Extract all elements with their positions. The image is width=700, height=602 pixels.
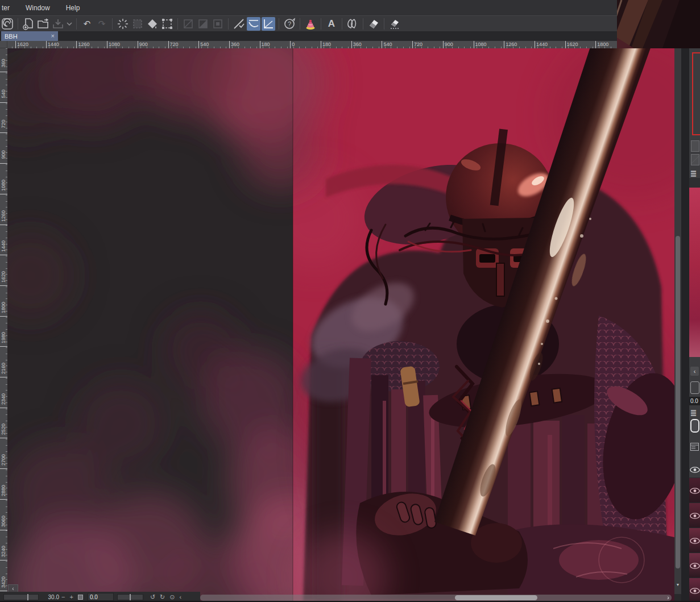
rotation-value[interactable]: 0.0: [88, 593, 114, 601]
fill-bucket-button[interactable]: [146, 17, 159, 31]
menu-item-help[interactable]: Help: [58, 0, 88, 15]
ruler-tick: [321, 41, 321, 48]
collapse-bar-icon[interactable]: ‹: [180, 594, 182, 600]
scroll-left-icon[interactable]: ‹: [8, 584, 18, 592]
horizontal-scrollbar[interactable]: ›: [200, 595, 672, 601]
ruler-label: 720: [414, 41, 423, 47]
tab-close-icon[interactable]: ×: [51, 33, 55, 39]
ruler-label: 540: [200, 41, 209, 47]
toolbar-separator: [228, 18, 229, 30]
ruler-label: 2700: [1, 451, 6, 469]
blend-button[interactable]: [346, 17, 359, 31]
canvas-artwork[interactable]: [7, 48, 674, 601]
vertical-scrollbar-thumb[interactable]: [676, 236, 680, 568]
brush-preview-box[interactable]: [690, 381, 699, 394]
text-tool-button[interactable]: A: [325, 17, 338, 31]
snap-perspective-button[interactable]: [262, 17, 275, 31]
rotate-left-icon[interactable]: ↺: [150, 594, 155, 600]
layer-visibility-toggle[interactable]: [689, 578, 700, 602]
toolbar-separator: [76, 18, 77, 30]
material-button[interactable]: [304, 17, 317, 31]
menu-item-window[interactable]: Window: [18, 0, 58, 15]
selected-tool-icon[interactable]: [690, 419, 699, 433]
ruler-label: 1080: [109, 41, 120, 47]
layer-panel-icon[interactable]: [690, 443, 699, 453]
eraser-soft-button[interactable]: [388, 17, 401, 31]
layer-visibility-toggle[interactable]: [689, 528, 700, 553]
ruler-label: 360: [1, 54, 6, 72]
ruler-tick: [260, 41, 260, 48]
select-mode-3-button[interactable]: [211, 17, 225, 31]
ruler-label: 900: [139, 41, 148, 47]
toolbar-separator: [112, 18, 113, 30]
svg-text:?: ?: [288, 20, 291, 27]
document-tab-label: BBH: [5, 33, 18, 40]
panel-menu-icon-2[interactable]: ▬▬▬: [691, 409, 698, 416]
ruler-label: 1260: [78, 41, 89, 47]
snap-curve-button[interactable]: [247, 17, 260, 31]
ruler-label: 1260: [1, 207, 6, 225]
save-file-button[interactable]: [51, 17, 65, 31]
toolbar-separator: [18, 18, 18, 30]
eraser-button[interactable]: [367, 17, 380, 31]
layer-visibility-toggle[interactable]: [689, 478, 700, 503]
ruler-tick: [168, 41, 169, 48]
navigator-view-frame[interactable]: [692, 52, 700, 135]
rotate-right-icon[interactable]: ↻: [160, 594, 165, 600]
document-tab-bar: BBH ×: [0, 31, 619, 41]
layer-visibility-toggle[interactable]: [689, 553, 700, 578]
toolbar-separator: [177, 18, 178, 30]
ruler-label: 1080: [475, 41, 487, 47]
select-rect-button[interactable]: [131, 17, 144, 31]
layer-visibility-toggle[interactable]: [689, 461, 700, 478]
reference-blade-corner: [617, 0, 700, 48]
ruler-label: 1440: [1, 237, 6, 255]
layer-visibility-toggle[interactable]: [689, 503, 700, 528]
transform-button[interactable]: [160, 17, 174, 31]
menu-item-filter-partial[interactable]: ter: [0, 0, 18, 15]
undo-button[interactable]: ↶: [80, 17, 94, 31]
redo-button[interactable]: ↷: [95, 17, 109, 31]
toolbar-separator: [363, 18, 363, 30]
scroll-down-icon[interactable]: ▼: [674, 580, 681, 588]
brush-value[interactable]: 0.0: [689, 397, 700, 405]
ruler-label: 360: [231, 41, 239, 47]
ruler-corner: [0, 41, 7, 48]
ruler-tick: [198, 41, 199, 48]
help-button[interactable]: ?: [283, 17, 296, 31]
vertical-scrollbar[interactable]: ▼: [674, 48, 681, 594]
color-picker-slice[interactable]: [689, 188, 700, 357]
horizontal-ruler: 1620144012601080900720540360180018036054…: [0, 41, 619, 48]
zoom-in-button[interactable]: +: [69, 594, 73, 600]
rotation-slider[interactable]: [117, 594, 143, 600]
navigator-button-1[interactable]: [691, 140, 699, 152]
ruler-label: 2520: [1, 420, 6, 438]
horizontal-scrollbar-thumb[interactable]: [455, 595, 537, 600]
panel-collapse-button[interactable]: ‹: [690, 367, 699, 376]
open-file-button[interactable]: [36, 17, 50, 31]
save-dropdown-chevron-icon[interactable]: [66, 17, 73, 31]
ruler-label: 1440: [48, 41, 59, 47]
fit-view-icon[interactable]: [78, 595, 83, 600]
reset-rotation-icon[interactable]: ⊙: [169, 594, 175, 600]
ruler-label: 3420: [1, 573, 6, 591]
zoom-slider[interactable]: [3, 594, 39, 600]
select-mode-2-button[interactable]: [196, 17, 210, 31]
ruler-label: 1260: [506, 41, 517, 47]
vertical-ruler: 3605407209001080126014401620180019802160…: [0, 48, 7, 601]
snap-off-button[interactable]: [232, 17, 246, 31]
panel-divider: [689, 178, 700, 188]
deselect-button[interactable]: [116, 17, 130, 31]
zoom-out-button[interactable]: −: [61, 594, 65, 600]
navigator-button-2[interactable]: [691, 154, 699, 165]
panel-menu-icon[interactable]: ▬▬▬: [691, 169, 698, 176]
ruler-label: 3240: [1, 542, 6, 561]
panel-gap: [681, 48, 689, 602]
select-mode-1-button[interactable]: [181, 17, 195, 31]
ruler-tick: [474, 41, 474, 48]
ruler-label: 1980: [1, 329, 6, 347]
new-file-button[interactable]: [22, 17, 35, 31]
ruler-label: 720: [1, 115, 6, 133]
document-tab[interactable]: BBH ×: [1, 31, 58, 41]
scroll-right-icon[interactable]: ›: [667, 595, 669, 601]
